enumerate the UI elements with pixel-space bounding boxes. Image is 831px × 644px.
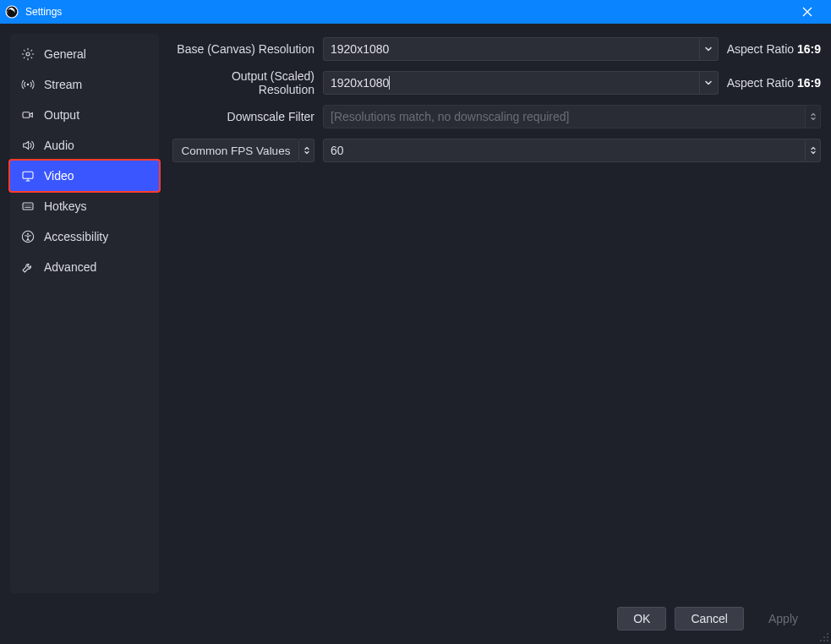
svg-point-12 xyxy=(823,640,825,641)
svg-point-13 xyxy=(827,640,828,641)
sidebar-item-label: Audio xyxy=(44,139,74,152)
accessibility-icon xyxy=(20,229,36,244)
sidebar-item-label: Accessibility xyxy=(44,230,108,243)
video-settings-panel: Base (Canvas) Resolution 1920x1080 Aspec… xyxy=(172,34,821,593)
base-resolution-field[interactable]: 1920x1080 xyxy=(323,37,700,61)
sidebar-item-stream[interactable]: Stream xyxy=(10,69,159,100)
sidebar-item-output[interactable]: Output xyxy=(10,100,159,130)
svg-rect-3 xyxy=(23,112,30,118)
gear-icon xyxy=(20,46,36,62)
fps-value-spinner[interactable] xyxy=(806,139,821,162)
downscale-filter-combo: [Resolutions match, no downscaling requi… xyxy=(323,105,821,128)
window-title: Settings xyxy=(25,6,790,18)
fps-mode-combo[interactable]: Common FPS Values xyxy=(172,139,314,162)
sidebar-item-label: Hotkeys xyxy=(44,199,87,213)
fps-mode-spinner[interactable] xyxy=(299,139,314,162)
cancel-button[interactable]: Cancel xyxy=(675,607,744,630)
sidebar-item-video[interactable]: Video xyxy=(10,161,159,191)
output-resolution-combo[interactable]: 1920x1080 xyxy=(323,71,719,95)
obs-app-icon xyxy=(5,5,19,19)
output-aspect-ratio: Aspect Ratio 16:9 xyxy=(727,76,821,90)
sidebar-item-label: Stream xyxy=(44,78,82,91)
tools-icon xyxy=(20,259,36,275)
svg-point-9 xyxy=(823,636,825,638)
speaker-icon xyxy=(20,138,36,153)
row-fps: Common FPS Values 60 xyxy=(172,139,821,162)
sidebar-item-advanced[interactable]: Advanced xyxy=(10,252,159,282)
fps-value-field[interactable]: 60 xyxy=(323,139,806,162)
output-resolution-dropdown-button[interactable] xyxy=(700,71,719,95)
settings-sidebar: General Stream Output Audio xyxy=(10,34,159,593)
downscale-filter-placeholder: [Resolutions match, no downscaling requi… xyxy=(331,110,570,123)
sidebar-item-label: Video xyxy=(44,169,74,183)
resize-grip-icon[interactable] xyxy=(819,632,829,642)
window-close-button[interactable] xyxy=(790,0,824,24)
settings-frame: General Stream Output Audio xyxy=(0,24,831,644)
downscale-filter-field: [Resolutions match, no downscaling requi… xyxy=(323,105,806,128)
aspect-value: 16:9 xyxy=(797,76,821,90)
svg-rect-5 xyxy=(23,203,33,210)
titlebar: Settings xyxy=(0,0,831,24)
base-aspect-ratio: Aspect Ratio 16:9 xyxy=(727,42,821,56)
sidebar-item-hotkeys[interactable]: Hotkeys xyxy=(10,191,159,221)
downscale-filter-label: Downscale Filter xyxy=(172,110,314,123)
output-resolution-label: Output (Scaled) Resolution xyxy=(172,69,314,96)
sidebar-item-label: Advanced xyxy=(44,260,96,274)
apply-button: Apply xyxy=(752,607,814,630)
ok-button[interactable]: OK xyxy=(617,607,666,630)
keyboard-icon xyxy=(20,199,36,214)
base-resolution-label: Base (Canvas) Resolution xyxy=(172,42,314,56)
aspect-prefix: Aspect Ratio xyxy=(727,42,797,56)
broadcast-icon xyxy=(20,77,36,92)
svg-rect-4 xyxy=(23,172,33,178)
base-resolution-combo[interactable]: 1920x1080 xyxy=(323,37,719,61)
output-resolution-value: 1920x1080 xyxy=(331,76,389,90)
sidebar-item-accessibility[interactable]: Accessibility xyxy=(10,221,159,252)
dialog-footer: OK Cancel Apply xyxy=(617,607,814,630)
svg-point-10 xyxy=(827,636,828,638)
output-resolution-field[interactable]: 1920x1080 xyxy=(323,71,700,95)
svg-point-1 xyxy=(26,52,30,56)
sidebar-item-label: General xyxy=(44,47,86,61)
sidebar-item-label: Output xyxy=(44,108,79,122)
svg-point-11 xyxy=(820,640,822,641)
aspect-prefix: Aspect Ratio xyxy=(727,76,797,90)
row-output-resolution: Output (Scaled) Resolution 1920x1080 Asp… xyxy=(172,71,821,95)
recorder-icon xyxy=(20,107,36,123)
monitor-icon xyxy=(20,168,36,183)
base-resolution-dropdown-button[interactable] xyxy=(700,37,719,61)
fps-mode-field[interactable]: Common FPS Values xyxy=(172,139,299,162)
sidebar-item-audio[interactable]: Audio xyxy=(10,130,159,161)
text-caret xyxy=(389,76,390,90)
row-downscale-filter: Downscale Filter [Resolutions match, no … xyxy=(172,105,821,128)
row-base-resolution: Base (Canvas) Resolution 1920x1080 Aspec… xyxy=(172,37,821,61)
downscale-filter-spinner xyxy=(806,105,821,128)
sidebar-item-general[interactable]: General xyxy=(10,39,159,69)
svg-point-2 xyxy=(27,84,30,86)
svg-point-7 xyxy=(27,233,29,235)
svg-point-8 xyxy=(827,633,828,635)
aspect-value: 16:9 xyxy=(797,42,821,56)
fps-value-combo[interactable]: 60 xyxy=(323,139,821,162)
